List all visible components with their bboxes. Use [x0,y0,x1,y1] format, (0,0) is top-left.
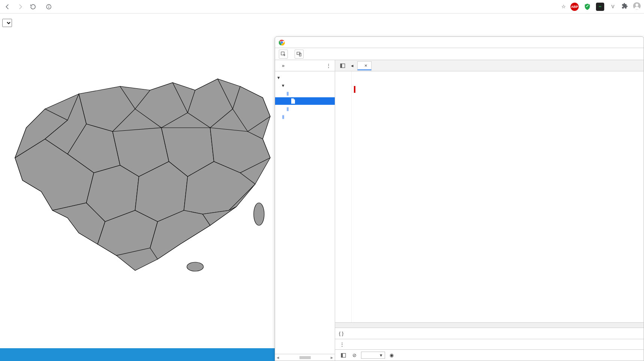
address-bar[interactable] [41,2,558,12]
file-icon [291,98,295,104]
toggle-nav-icon[interactable] [338,61,347,70]
arrow-right-icon [17,3,24,10]
devtools-tabs [275,48,644,60]
inspect-button[interactable] [279,50,288,59]
svg-point-4 [635,4,638,6]
levels-selector[interactable] [635,355,640,356]
device-toggle-button[interactable] [295,50,304,59]
chrome-icon [279,39,285,45]
highlight-box [354,86,355,93]
back-button[interactable] [3,2,12,11]
source-file-tab[interactable]: × [357,61,372,70]
forward-button[interactable] [16,2,25,11]
console-drawer-tabs: ⋮ [335,339,644,349]
tree-folder-demo[interactable]: ▮ [275,89,335,97]
pretty-print-icon[interactable]: { } [339,331,343,336]
console-toolbar: ⊘ ▾ ◉ [335,349,644,361]
code-hscroll[interactable] [335,322,644,328]
svg-point-1 [48,5,49,6]
evernote-icon[interactable]: •• [596,3,604,11]
nav-more-icon[interactable]: » [282,63,284,68]
tree-file-tigerchina[interactable] [275,97,335,105]
svg-point-8 [281,41,283,44]
drawer-kebab-icon[interactable]: ⋮ [340,341,345,347]
nav-left-icon[interactable]: ◂ [351,63,354,68]
console-filter-input[interactable] [398,352,631,358]
footer-bar [0,348,276,361]
toolbar-extensions: ☆ ABP •• V [561,2,641,11]
clear-console-icon[interactable]: ⊘ [352,352,357,358]
star-icon[interactable]: ☆ [561,4,566,9]
code-area[interactable] [335,71,644,322]
sidebar-toggle-icon[interactable] [339,351,348,360]
source-tabbar: ◂ × [335,60,644,71]
devtools-window: » ⋮ ▾ ▾ ▮ ▮ ▮ ◂▸ [275,36,644,361]
devtools-titlebar[interactable] [275,37,644,48]
svg-rect-2 [48,6,49,8]
tree-folder-service[interactable]: ▮ [275,113,335,121]
tree-host[interactable]: ▾ [275,74,335,82]
source-statusbar: { } [335,328,644,339]
eye-icon[interactable]: ◉ [390,352,394,358]
info-icon [46,4,52,10]
nav-kebab-icon[interactable]: ⋮ [326,63,331,68]
v-icon[interactable]: V [609,3,617,11]
svg-rect-15 [341,353,343,357]
browser-toolbar: ☆ ABP •• V [0,0,644,14]
extensions-icon[interactable] [621,3,628,11]
china-map-icon [0,34,274,274]
styles-row [0,19,644,30]
arrow-left-icon [4,3,11,10]
svg-point-6 [254,203,264,225]
nav-scroll[interactable]: ◂▸ [275,354,335,361]
reload-button[interactable] [29,2,38,11]
tree-folder-gwc[interactable]: ▾ [275,82,335,89]
reload-icon [30,3,36,10]
tree-folder-rest[interactable]: ▮ [275,105,335,113]
sources-navigator: » ⋮ ▾ ▾ ▮ ▮ ▮ ◂▸ [275,60,335,361]
source-viewer: ◂ × { } ⋮ [335,60,644,361]
abp-icon[interactable]: ABP [570,3,579,11]
svg-point-5 [187,262,203,271]
inspect-icon [281,51,286,57]
device-icon [296,51,302,57]
styles-select[interactable] [2,19,12,27]
svg-rect-13 [340,63,342,68]
shield-icon[interactable] [583,3,591,11]
profile-icon[interactable] [633,2,641,11]
context-selector[interactable]: ▾ [361,352,385,359]
close-tab-icon[interactable]: × [364,63,367,68]
file-tree: ▾ ▾ ▮ ▮ ▮ [275,71,335,123]
